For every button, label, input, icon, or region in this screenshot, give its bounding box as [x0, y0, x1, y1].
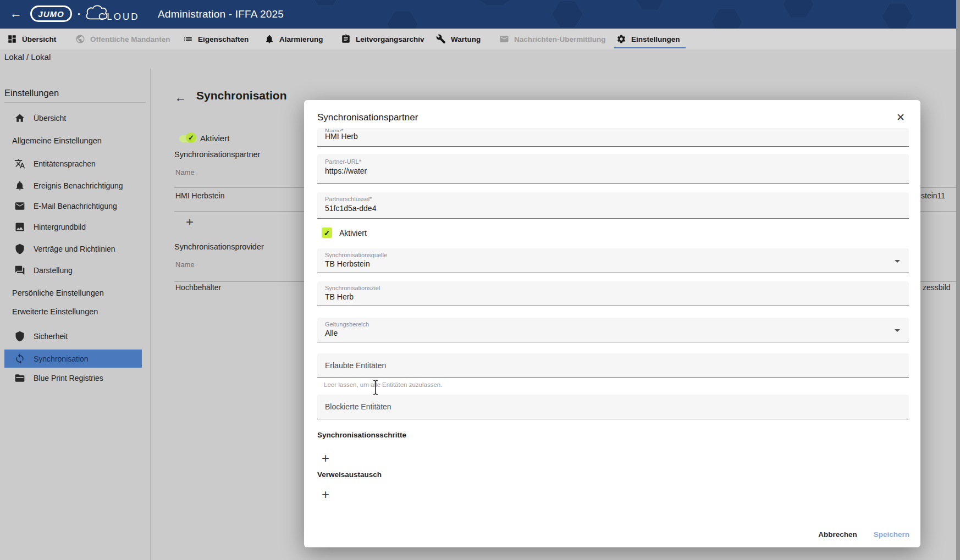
forum-icon — [14, 265, 25, 276]
image-icon — [14, 221, 25, 232]
erlaubte-entitaeten-field[interactable]: Erlaubte Entitäten — [317, 353, 909, 378]
sync-icon — [14, 353, 25, 364]
add-verweis-button[interactable]: + — [322, 488, 329, 501]
sidebar-item-sicherheit[interactable]: Sicherheit — [4, 327, 142, 346]
app-title: Administration - IFFA 2025 — [158, 8, 284, 20]
tab-einstellungen[interactable]: Einstellungen — [616, 29, 680, 49]
sidebar-item-label: Hintergrundbild — [34, 223, 86, 231]
home-icon — [14, 113, 25, 124]
add-sync-step-button[interactable]: + — [322, 452, 329, 465]
sidebar-item-darstellung[interactable]: Darstellung — [4, 261, 142, 280]
breadcrumb: Lokal / Lokal — [4, 52, 51, 62]
globe-icon — [75, 34, 85, 44]
aktiviert-checkbox[interactable]: ✓ — [322, 228, 332, 238]
partner-row-fragment: stein11 — [921, 191, 945, 200]
close-icon[interactable]: ✕ — [896, 111, 905, 124]
partner-url-label: Partner-URL* — [317, 154, 909, 165]
erlaubte-entitaeten-helper: Leer lassen, um alle Entitäten zuzulasse… — [324, 381, 442, 388]
provider-table-title: Synchronisationsprovider — [174, 242, 264, 251]
main-nav: Übersicht Öffentliche Mandanten Eigensch… — [0, 29, 960, 49]
provider-table-column-name: Name — [175, 260, 195, 269]
chevron-down-icon — [895, 260, 900, 263]
sidebar-item-label: Verträge und Richtlinien — [34, 245, 115, 253]
partner-table-column-name: Name — [175, 168, 195, 176]
add-partner-button[interactable]: + — [186, 215, 194, 229]
sidebar-item-ereignis-benachrichtigung[interactable]: Ereignis Benachrichtigung — [4, 176, 142, 195]
tab-label: Eigenschaften — [198, 35, 249, 43]
jumo-logo: JUMO — [30, 5, 72, 22]
dialog-actions: Abbrechen Speichern — [818, 530, 909, 539]
dashboard-icon — [7, 34, 17, 44]
geltungsbereich-value: Alle — [317, 328, 909, 337]
dialog-title: Synchronisationspartner — [317, 112, 418, 123]
translate-icon — [14, 158, 25, 169]
title-bar: ← JUMO · CLOUD Administration - IFFA 202… — [0, 0, 960, 29]
blockierte-entitaeten-field[interactable]: Blockierte Entitäten — [317, 395, 909, 419]
list-icon — [183, 34, 193, 44]
tab-nachrichten-uebermittlung[interactable]: Nachrichten-Übermittlung — [499, 29, 606, 49]
clipboard-icon — [341, 34, 351, 44]
sidebar-item-vertraege-und-richtlinien[interactable]: Verträge und Richtlinien — [4, 240, 142, 258]
cloud-logo-text: CLOUD — [98, 12, 140, 23]
sync-quelle-select[interactable]: Synchronisationsquelle TB Herbstein — [317, 248, 909, 273]
tab-label: Alarmierung — [279, 35, 323, 43]
sidebar-item-blue-print-registries[interactable]: Blue Print Registries — [4, 369, 142, 387]
partner-row-name[interactable]: HMI Herbstein — [175, 191, 224, 200]
sidebar-section-allgemeine-einstellungen: Allgemeine Einstellungen — [12, 132, 102, 149]
provider-row-fragment: zessbild — [923, 283, 951, 292]
tab-wartung[interactable]: Wartung — [436, 29, 481, 49]
text-cursor — [372, 379, 379, 396]
tab-oeffentliche-mandanten[interactable]: Öffentliche Mandanten — [75, 29, 170, 49]
partner-url-value: https://water — [317, 165, 909, 175]
geltungsbereich-select[interactable]: Geltungsbereich Alle — [317, 318, 909, 342]
tab-alarmierung[interactable]: Alarmierung — [264, 29, 323, 49]
sync-ziel-field[interactable]: Synchronisationsziel TB Herb — [317, 281, 909, 306]
provider-row-name[interactable]: Hochbehälter — [175, 283, 221, 292]
header-back-button[interactable]: ← — [10, 7, 22, 21]
sidebar-item-label: Darstellung — [34, 266, 73, 275]
sync-enabled-toggle-check-icon[interactable]: ✓ — [186, 132, 196, 143]
tab-leitvorgangsarchiv[interactable]: Leitvorgangsarchiv — [341, 29, 424, 49]
synchronisationsschritte-heading: Synchronisationsschritte — [317, 431, 406, 439]
sync-enabled-toggle-label: Aktiviert — [200, 134, 229, 143]
chevron-down-icon — [895, 329, 900, 332]
shield-icon — [14, 331, 25, 342]
tab-uebersicht[interactable]: Übersicht — [7, 29, 56, 49]
wrench-icon — [436, 34, 446, 44]
tab-eigenschaften[interactable]: Eigenschaften — [183, 29, 249, 49]
partner-key-field[interactable]: Partnerschlüssel* 51fc1d5a-dde4 — [317, 192, 909, 219]
sync-quelle-value: TB Herbstein — [317, 258, 909, 268]
cancel-button[interactable]: Abbrechen — [818, 530, 857, 539]
verweisaustausch-heading: Verweisaustausch — [317, 470, 382, 479]
tab-label: Leitvorgangsarchiv — [356, 35, 424, 43]
sidebar-section-persoenliche-einstellungen: Persönliche Einstellungen — [12, 285, 104, 301]
sidebar-section-label: Erweiterte Einstellungen — [12, 307, 98, 316]
sidebar-section-erweiterte-einstellungen: Erweiterte Einstellungen — [12, 303, 98, 320]
page-back-button[interactable]: ← — [175, 91, 186, 104]
partner-table-title: Synchronisationspartner — [174, 150, 260, 159]
sidebar-section-label: Allgemeine Einstellungen — [12, 136, 102, 145]
jumo-logo-text: JUMO — [38, 9, 64, 19]
bell-icon — [14, 180, 25, 191]
sidebar-item-email-benachrichtigung[interactable]: E-Mail Benachrichtigung — [4, 197, 142, 215]
sync-ziel-value: TB Herb — [317, 291, 909, 301]
sidebar-item-entitaetensprachen[interactable]: Entitätensprachen — [4, 154, 142, 173]
logo-separator-dot: · — [78, 9, 81, 20]
sidebar-item-synchronisation[interactable]: Synchronisation — [4, 350, 142, 368]
name-field[interactable]: Name* HMI Herb — [317, 128, 909, 147]
sidebar-item-uebersicht[interactable]: Übersicht — [4, 109, 142, 127]
page-scrollbar[interactable] — [956, 0, 960, 560]
tab-label: Öffentliche Mandanten — [90, 35, 170, 43]
gear-icon — [616, 34, 626, 44]
partner-url-field[interactable]: Partner-URL* https://water — [317, 154, 909, 184]
synchronisationspartner-dialog: Synchronisationspartner ✕ Name* HMI Herb… — [304, 100, 920, 547]
sidebar-item-label: E-Mail Benachrichtigung — [34, 202, 117, 210]
app-window: ← JUMO · CLOUD Administration - IFFA 202… — [0, 0, 960, 560]
sidebar-item-label: Ereignis Benachrichtigung — [34, 181, 123, 190]
sidebar-heading: Einstellungen — [4, 88, 59, 98]
sidebar-item-label: Synchronisation — [34, 354, 89, 363]
sidebar-item-hintergrundbild[interactable]: Hintergrundbild — [4, 218, 142, 236]
sidebar-item-label: Blue Print Registries — [34, 374, 103, 382]
save-button[interactable]: Speichern — [874, 530, 909, 539]
bell-icon — [264, 34, 274, 44]
